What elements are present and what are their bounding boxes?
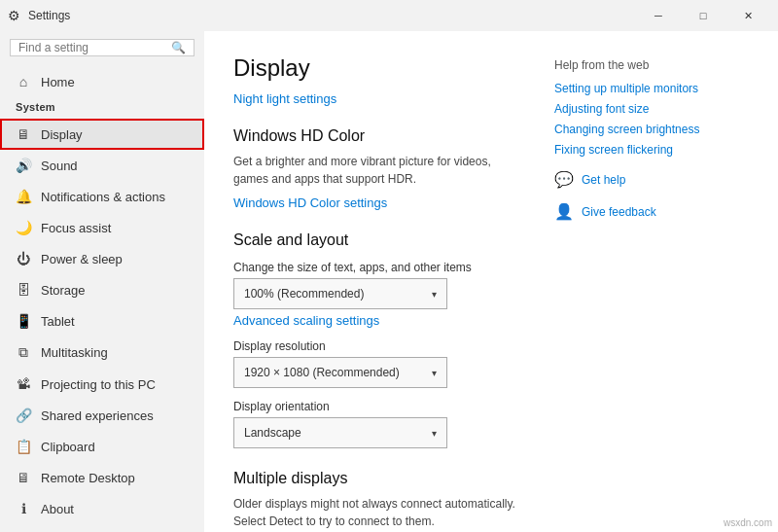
title-bar-left: ⚙ Settings — [8, 8, 70, 23]
focus-icon: 🌙 — [16, 220, 31, 235]
search-input[interactable] — [18, 41, 171, 54]
sidebar-item-sound[interactable]: 🔊 Sound — [0, 150, 204, 181]
hd-color-link[interactable]: Windows HD Color settings — [233, 195, 387, 210]
resolution-value: 1920 × 1080 (Recommended) — [244, 366, 400, 379]
minimize-button[interactable]: ─ — [636, 0, 681, 31]
orientation-dropdown[interactable]: Landscape ▾ — [233, 417, 447, 448]
display-icon: 🖥 — [16, 126, 31, 142]
sidebar-item-projecting[interactable]: 📽 Projecting to this PC — [0, 369, 204, 400]
power-icon: ⏻ — [16, 251, 31, 266]
scale-dropdown-arrow: ▾ — [432, 289, 437, 300]
sidebar-clipboard-label: Clipboard — [41, 440, 95, 454]
orientation-dropdown-arrow: ▾ — [432, 428, 437, 439]
multiple-displays-section: Multiple displays Older displays might n… — [233, 470, 515, 532]
app-body: 🔍 ⌂ Home System 🖥 Display 🔊 Sound 🔔 Noti… — [0, 31, 778, 532]
help-title: Help from the web — [554, 58, 749, 72]
storage-icon: 🗄 — [16, 282, 31, 298]
page-title: Display — [233, 54, 515, 82]
orientation-value: Landscape — [244, 426, 301, 440]
scale-dropdown-wrapper: Change the size of text, apps, and other… — [233, 261, 515, 309]
sidebar-notifications-label: Notifications & actions — [41, 190, 165, 204]
help-sidebar: Help from the web Setting up multiple mo… — [554, 54, 749, 509]
sidebar-projecting-label: Projecting to this PC — [41, 377, 156, 392]
give-feedback-action[interactable]: 👤 Give feedback — [554, 202, 749, 221]
sidebar-item-about[interactable]: ℹ About — [0, 493, 204, 524]
sidebar-item-tablet[interactable]: 📱 Tablet — [0, 305, 204, 337]
system-section-label: System — [0, 97, 204, 119]
get-help-label: Get help — [582, 173, 625, 187]
orientation-label: Display orientation — [233, 400, 515, 413]
title-bar-title: Settings — [28, 9, 70, 22]
sidebar-item-display[interactable]: 🖥 Display — [0, 119, 204, 150]
about-icon: ℹ — [16, 501, 31, 516]
clipboard-icon: 📋 — [16, 439, 31, 454]
night-light-link[interactable]: Night light settings — [233, 91, 336, 106]
get-help-icon: 💬 — [554, 170, 574, 189]
scale-section: Scale and layout Change the size of text… — [233, 231, 515, 448]
app-icon: ⚙ — [8, 8, 20, 23]
title-bar-controls: ─ □ ✕ — [636, 0, 770, 31]
sidebar-power-label: Power & sleep — [41, 252, 123, 266]
watermark: wsxdn.com — [724, 517, 772, 528]
sidebar-sound-label: Sound — [41, 159, 78, 173]
resolution-dropdown[interactable]: 1920 × 1080 (Recommended) ▾ — [233, 357, 447, 388]
title-bar: ⚙ Settings ─ □ ✕ — [0, 0, 778, 31]
scale-dropdown[interactable]: 100% (Recommended) ▾ — [233, 278, 447, 309]
multitasking-icon: ⧉ — [16, 344, 31, 361]
sidebar-item-remote[interactable]: 🖥 Remote Desktop — [0, 462, 204, 493]
sidebar-item-notifications[interactable]: 🔔 Notifications & actions — [0, 181, 204, 212]
sidebar-item-clipboard[interactable]: 📋 Clipboard — [0, 431, 204, 462]
resolution-dropdown-arrow: ▾ — [432, 368, 437, 378]
sidebar: 🔍 ⌂ Home System 🖥 Display 🔊 Sound 🔔 Noti… — [0, 31, 204, 532]
projecting-icon: 📽 — [16, 376, 31, 392]
content-main: Display Night light settings Windows HD … — [233, 54, 515, 509]
sidebar-about-label: About — [41, 502, 74, 516]
scale-change-label: Change the size of text, apps, and other… — [233, 261, 515, 274]
scale-title: Scale and layout — [233, 231, 515, 249]
sidebar-multitasking-label: Multitasking — [41, 345, 108, 360]
close-button[interactable]: ✕ — [725, 0, 770, 31]
maximize-button[interactable]: □ — [681, 0, 725, 31]
hd-color-desc: Get a brighter and more vibrant picture … — [233, 153, 515, 188]
search-box[interactable]: 🔍 — [10, 39, 194, 56]
remote-icon: 🖥 — [16, 470, 31, 485]
sidebar-item-storage[interactable]: 🗄 Storage — [0, 274, 204, 305]
home-icon: ⌂ — [16, 74, 31, 89]
sidebar-remote-label: Remote Desktop — [41, 471, 135, 485]
sidebar-storage-label: Storage — [41, 283, 86, 298]
give-feedback-label: Give feedback — [582, 205, 656, 219]
orientation-wrapper: Display orientation Landscape ▾ — [233, 400, 515, 448]
sidebar-focus-label: Focus assist — [41, 221, 111, 235]
help-link-monitors[interactable]: Setting up multiple monitors — [554, 82, 749, 95]
sidebar-tablet-label: Tablet — [41, 314, 75, 329]
help-link-brightness[interactable]: Changing screen brightness — [554, 123, 749, 136]
hd-color-title: Windows HD Color — [233, 127, 515, 145]
hd-color-section: Windows HD Color Get a brighter and more… — [233, 127, 515, 210]
scale-value: 100% (Recommended) — [244, 287, 364, 301]
sidebar-home-label: Home — [41, 75, 75, 89]
sidebar-item-home[interactable]: ⌂ Home — [0, 66, 204, 97]
resolution-label: Display resolution — [233, 339, 515, 353]
give-feedback-icon: 👤 — [554, 202, 574, 221]
shared-icon: 🔗 — [16, 408, 31, 423]
sound-icon: 🔊 — [16, 158, 31, 173]
sidebar-shared-label: Shared experiences — [41, 408, 154, 423]
get-help-action[interactable]: 💬 Get help — [554, 170, 749, 189]
sidebar-item-focus[interactable]: 🌙 Focus assist — [0, 212, 204, 243]
content-area: Display Night light settings Windows HD … — [204, 31, 778, 532]
tablet-icon: 📱 — [16, 313, 31, 329]
sidebar-item-power[interactable]: ⏻ Power & sleep — [0, 243, 204, 274]
notifications-icon: 🔔 — [16, 189, 31, 204]
sidebar-display-label: Display — [41, 127, 83, 142]
sidebar-item-multitasking[interactable]: ⧉ Multitasking — [0, 337, 204, 369]
advanced-scaling-link[interactable]: Advanced scaling settings — [233, 313, 379, 328]
help-link-font[interactable]: Adjusting font size — [554, 102, 749, 116]
search-icon: 🔍 — [171, 41, 186, 54]
resolution-wrapper: Display resolution 1920 × 1080 (Recommen… — [233, 339, 515, 388]
multiple-displays-title: Multiple displays — [233, 470, 515, 487]
sidebar-item-shared[interactable]: 🔗 Shared experiences — [0, 400, 204, 431]
multiple-displays-desc: Older displays might not always connect … — [233, 495, 515, 530]
help-link-flickering[interactable]: Fixing screen flickering — [554, 143, 749, 157]
